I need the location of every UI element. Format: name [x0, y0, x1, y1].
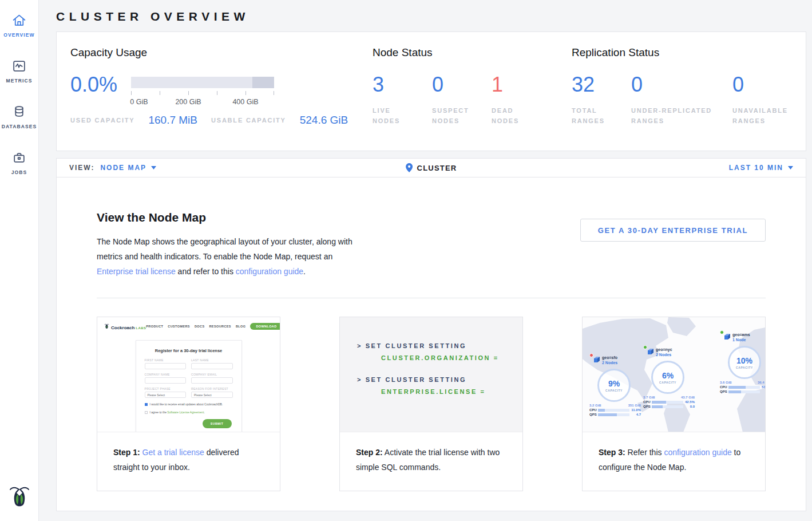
node-status-title: Node Status — [373, 46, 572, 59]
under-replicated-ranges-metric: 0 UNDER-REPLICATED RANGES — [631, 73, 732, 126]
time-range-value: LAST 10 MIN — [729, 164, 783, 172]
mini-site-checkbox-row: I would like to receive email updates ab… — [145, 402, 233, 406]
qps-bar — [728, 390, 760, 393]
mini-site-register-form: Register for a 30-day trial license FIRS… — [136, 340, 242, 432]
sidebar-item-label: DATABASES — [2, 124, 37, 129]
gauge-percent: 10% — [736, 356, 752, 365]
node-locality-label: geo=ams — [732, 332, 750, 337]
qps-value: 4.7 — [631, 413, 641, 416]
step3-node-map-preview: geo=sfo 2 Nodes 9% CAPACITY 3.2 GiB 351 … — [583, 317, 765, 432]
qps-bar — [598, 413, 629, 416]
cluster-summary-panel: Capacity Usage 0.0% 0 GiB 200 GiB 400 Gi… — [56, 31, 806, 151]
mini-site-field-label: LAST NAME — [191, 358, 233, 362]
used-capacity-label: USED CAPACITY — [70, 116, 134, 125]
view-label: VIEW: — [69, 164, 94, 172]
step1-caption: Step 1: Get a trial license delivered st… — [97, 432, 280, 491]
unavailable-ranges-label: UNAVAILABLE RANGES — [732, 105, 788, 126]
capacity-bar: 0 GiB 200 GiB 400 GiB — [131, 73, 274, 107]
mini-site-nav-item: BLOG — [236, 325, 246, 328]
qps-label: QPS — [589, 413, 598, 416]
mini-site-checkbox-row: I agree to the Software License Agreemen… — [145, 411, 233, 414]
view-selector-dropdown[interactable]: NODE MAP — [100, 164, 156, 172]
home-icon — [11, 13, 27, 28]
cockroachdb-logo[interactable] — [9, 482, 30, 514]
live-nodes-label: LIVE NODES — [373, 105, 432, 126]
cpu-label: CPU — [720, 385, 728, 389]
node-locality-label: geo=nyc — [656, 347, 672, 352]
sidebar-item-label: OVERVIEW — [3, 32, 34, 38]
node-status-dead-icon — [589, 353, 593, 357]
total-ranges-value: 32 — [572, 73, 631, 96]
used-capacity-value: 160.7 MiB — [148, 114, 197, 127]
view-selector-value: NODE MAP — [100, 164, 146, 172]
mini-site-field-label: FIRST NAME — [145, 358, 187, 362]
description-text: . — [303, 267, 306, 276]
tick-label: 0 GiB — [130, 98, 148, 106]
step1-card: Cockroach LABS PRODUCT CUSTOMERS DOCS RE… — [97, 317, 280, 491]
get-enterprise-trial-button[interactable]: GET A 30-DAY ENTERPRISE TRIAL — [580, 219, 766, 242]
time-range-dropdown[interactable]: LAST 10 MIN — [729, 164, 793, 172]
sidebar-item-metrics[interactable]: METRICS — [0, 55, 38, 101]
mini-site-submit-button: SUBMIT — [203, 419, 232, 428]
node-map-description: The Node Map shows the geographical layo… — [97, 234, 361, 279]
configuration-guide-link[interactable]: configuration guide — [236, 267, 303, 276]
map-pin-icon — [406, 163, 413, 172]
checkbox-checked-icon — [145, 403, 148, 406]
content-area: CLUSTER OVERVIEW Capacity Usage 0.0% 0 G… — [39, 0, 812, 511]
mini-site-nav-item: PRODUCT — [146, 325, 163, 328]
node-used-capacity: 3.6 GiB — [720, 381, 732, 384]
view-bar: VIEW: NODE MAP CLUSTER LAST 10 MIN — [56, 158, 806, 177]
capacity-percent: 0.0% — [70, 73, 131, 107]
tick-label: 400 GiB — [232, 98, 258, 106]
map-node-nyc: geo=nyc 2 Nodes 6% CAPACITY 3.7 GiB 43.7… — [643, 347, 698, 408]
tick-label: 200 GiB — [175, 98, 201, 106]
node-count-label: 1 Node — [732, 337, 750, 342]
mini-site-field-label: REASON FOR INTEREST — [191, 387, 233, 390]
dead-nodes-label: DEAD NODES — [492, 105, 519, 126]
get-trial-license-link[interactable]: Get a trial license — [142, 448, 204, 457]
total-ranges-metric: 32 TOTAL RANGES — [572, 73, 631, 126]
sidebar-item-databases[interactable]: DATABASES — [0, 101, 38, 147]
metrics-icon — [11, 58, 27, 74]
step2-label: Step 2: — [356, 448, 383, 457]
enterprise-trial-license-link[interactable]: Enterprise trial license — [97, 267, 176, 276]
cpu-bar — [728, 386, 760, 389]
capacity-usage-section: Capacity Usage 0.0% 0 GiB 200 GiB 400 Gi… — [70, 46, 373, 151]
cpu-bar — [598, 409, 629, 412]
chevron-down-icon — [788, 166, 793, 169]
suspect-nodes-metric: 0 SUSPECT NODES — [432, 73, 492, 126]
capacity-usage-title: Capacity Usage — [70, 46, 373, 59]
dead-nodes-metric: 1 DEAD NODES — [492, 73, 519, 126]
node-used-capacity: 3.2 GiB — [589, 404, 601, 407]
configuration-guide-link[interactable]: configuration guide — [664, 448, 731, 457]
page-title: CLUSTER OVERVIEW — [56, 0, 806, 31]
node-count-label: 2 Nodes — [656, 352, 672, 357]
mini-site-header: Cockroach LABS PRODUCT CUSTOMERS DOCS RE… — [97, 317, 280, 330]
node-used-capacity: 3.7 GiB — [643, 396, 655, 399]
gauge-capacity-label: CAPACITY — [736, 366, 753, 369]
divider — [97, 298, 766, 298]
mini-site-input — [191, 363, 233, 369]
mini-site-field-label: COMPANY EMAIL — [191, 373, 233, 376]
gauge-percent: 9% — [608, 379, 620, 388]
cpu-bar — [652, 401, 683, 404]
cockroach-bug-icon — [104, 323, 109, 330]
jobs-icon — [11, 150, 27, 165]
node-status-live-icon — [720, 330, 724, 334]
capacity-gauge: 6% CAPACITY — [651, 361, 684, 394]
capacity-bar-track — [131, 77, 274, 88]
capacity-axis-ticks — [131, 91, 274, 98]
node-status-live-icon — [643, 345, 647, 349]
sidebar-item-jobs[interactable]: JOBS — [0, 147, 38, 192]
sql-command: > SET CLUSTER SETTING — [357, 376, 522, 383]
usable-capacity-stat: USABLE CAPACITY 524.6 GiB — [211, 114, 348, 127]
sql-setting: ENTERPRISE.LICENSE = — [381, 388, 522, 395]
qps-value: 0.0 — [685, 405, 695, 408]
qps-bar — [652, 405, 683, 408]
mini-site-nav-item: DOCS — [195, 325, 205, 328]
mini-site-form-title: Register for a 30-day trial license — [145, 348, 233, 353]
sidebar-item-overview[interactable]: OVERVIEW — [0, 9, 38, 55]
step1-label: Step 1: — [113, 448, 140, 457]
node-cube-icon — [647, 348, 653, 355]
sidebar-item-label: JOBS — [11, 169, 27, 175]
